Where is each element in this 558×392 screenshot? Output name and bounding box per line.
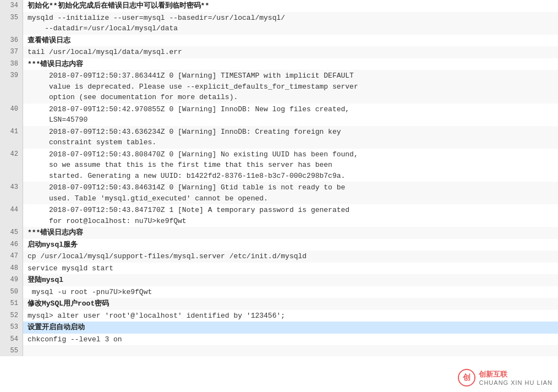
line-number: 46 — [0, 239, 23, 251]
line-number: 41 — [0, 126, 23, 149]
line-number: 51 — [0, 298, 23, 310]
line-number: 39 — [0, 70, 23, 104]
line-content: service mysqld start — [23, 263, 558, 275]
line-number: 45 — [0, 227, 23, 239]
line-number: 52 — [0, 310, 23, 322]
line-number: 42 — [0, 149, 23, 182]
line-content: 2018-07-09T12:50:42.970855Z 0 [Warning] … — [23, 104, 558, 126]
watermark-logo: 创 — [458, 369, 475, 386]
line-content: 查看错误日志 — [23, 35, 558, 47]
line-number: 47 — [0, 251, 23, 263]
line-content: 2018-07-09T12:50:43.846314Z 0 [Warning] … — [23, 182, 558, 204]
line-number: 40 — [0, 104, 23, 126]
line-content: ***错误日志内容 — [23, 227, 558, 239]
watermark-label: 创新互联 — [479, 369, 552, 379]
line-number: 36 — [0, 35, 23, 47]
line-content: 启动mysql服务 — [23, 239, 558, 251]
line-content: mysql -u root -pnu7U>ke9fQwt — [23, 286, 558, 298]
line-content — [23, 345, 558, 356]
line-content: cp /usr/local/mysql/support-files/mysql.… — [23, 251, 558, 263]
line-number: 48 — [0, 263, 23, 275]
line-content: 2018-07-09T12:50:43.808470Z 0 [Warning] … — [23, 149, 558, 182]
line-content: 设置开启自动启动 — [23, 322, 558, 334]
line-number: 35 — [0, 12, 23, 35]
line-number: 34 — [0, 0, 23, 12]
line-number: 55 — [0, 345, 23, 356]
line-content: tail /usr/local/mysql/data/mysql.err — [23, 46, 558, 58]
line-content: 登陆mysql — [23, 274, 558, 286]
code-container: 34初始化**初始化完成后在错误日志中可以看到临时密码**35mysqld --… — [0, 0, 558, 392]
code-table: 34初始化**初始化完成后在错误日志中可以看到临时密码**35mysqld --… — [0, 0, 558, 356]
line-number: 37 — [0, 46, 23, 58]
line-content: mysqld --initialize --user=mysql --based… — [23, 12, 558, 35]
line-number: 38 — [0, 58, 23, 70]
line-content: 初始化**初始化完成后在错误日志中可以看到临时密码** — [23, 0, 558, 12]
line-content: chkconfig --level 3 on — [23, 334, 558, 346]
line-number: 54 — [0, 334, 23, 346]
watermark: 创 创新互联 CHUANG XIN HU LIAN — [458, 369, 552, 386]
line-content: mysql> alter user 'root'@'localhost' ide… — [23, 310, 558, 322]
line-number: 50 — [0, 286, 23, 298]
line-content: 2018-07-09T12:50:43.847170Z 1 [Note] A t… — [23, 204, 558, 227]
line-content: 2018-07-09T12:50:37.863441Z 0 [Warning] … — [23, 70, 558, 104]
line-content: 2018-07-09T12:50:43.636234Z 0 [Warning] … — [23, 126, 558, 149]
line-number: 49 — [0, 274, 23, 286]
line-content: ***错误日志内容 — [23, 58, 558, 70]
line-content: 修改MySQL用户root密码 — [23, 298, 558, 310]
line-number: 53 — [0, 322, 23, 334]
line-number: 43 — [0, 182, 23, 204]
watermark-text: CHUANG XIN HU LIAN — [479, 379, 552, 386]
line-number: 44 — [0, 204, 23, 227]
